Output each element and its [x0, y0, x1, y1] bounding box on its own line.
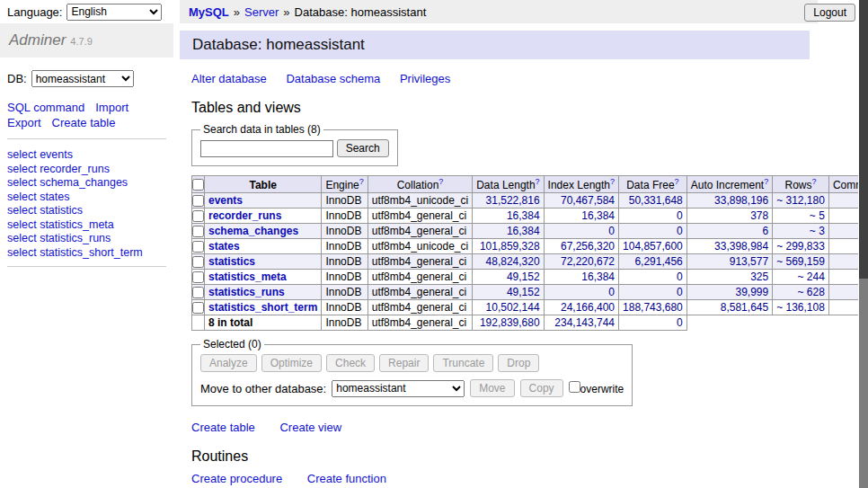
help-icon: ?	[438, 177, 443, 186]
column-header-index-length[interactable]: Index Length?	[544, 176, 618, 193]
table-name-link[interactable]: statistics	[208, 255, 255, 268]
sidebar-select-link[interactable]: select statistics_runs	[7, 232, 166, 246]
sidebar-select-link[interactable]: select states	[7, 191, 166, 205]
sidebar: Adminer4.7.9 DB: homeassistant SQL comma…	[0, 23, 173, 488]
sql-command-link[interactable]: SQL command	[7, 101, 84, 114]
column-header-rows[interactable]: Rows?	[773, 176, 829, 193]
select-all-checkbox[interactable]	[192, 179, 204, 191]
sidebar-select-link[interactable]: select recorder_runs	[7, 163, 166, 177]
row-select-checkbox[interactable]	[192, 195, 204, 207]
language-label: Language:	[7, 5, 62, 19]
row-select-checkbox[interactable]	[192, 210, 204, 222]
row-select-checkbox[interactable]	[192, 241, 204, 253]
create-table-link-main[interactable]: Create table	[191, 421, 255, 434]
import-link[interactable]: Import	[95, 101, 128, 114]
scrollbar-thumb[interactable]	[859, 0, 868, 279]
column-header-auto-increment[interactable]: Auto Increment?	[686, 176, 772, 193]
collation-cell: utf8mb4_general_ci	[368, 300, 472, 315]
table-name-link[interactable]: states	[208, 240, 240, 253]
sidebar-select-link[interactable]: select statistics_short_term	[7, 246, 166, 261]
create-procedure-link[interactable]: Create procedure	[191, 472, 282, 485]
column-header-data-length[interactable]: Data Length?	[473, 176, 544, 193]
sidebar-select-link[interactable]: select events	[7, 148, 166, 163]
engine-cell: InnoDB	[322, 209, 368, 224]
sidebar-select-link[interactable]: select statistics_meta	[7, 218, 166, 233]
total-index-length-cell: 234,143,744	[544, 315, 618, 331]
collation-cell: utf8mb4_general_ci	[368, 224, 472, 239]
column-header-table[interactable]: Table	[205, 176, 322, 193]
selected-legend: Selected (0)	[200, 338, 264, 350]
help-icon: ?	[536, 177, 540, 186]
row-select-checkbox[interactable]	[192, 302, 204, 314]
move-button[interactable]: Move	[470, 379, 514, 397]
column-header-comment[interactable]: Comment?	[828, 176, 858, 193]
rows-count-link[interactable]: ~ 628	[798, 286, 825, 298]
help-icon: ?	[675, 177, 679, 186]
sidebar-links: SQL commandImport ExportCreate table	[7, 100, 166, 139]
table-name-link[interactable]: statistics_meta	[208, 271, 287, 283]
logout-button[interactable]: Logout	[804, 4, 855, 22]
rows-count-link[interactable]: ~ 244	[798, 271, 825, 283]
column-header-engine[interactable]: Engine?	[322, 176, 368, 193]
rows-count-link[interactable]: ~ 136,108	[776, 301, 825, 314]
column-header-data-free[interactable]: Data Free?	[619, 176, 687, 193]
column-header-collation[interactable]: Collation?	[368, 176, 472, 193]
db-actions: Alter database Database schema Privilege…	[191, 72, 858, 85]
breadcrumb-server-link[interactable]: Server	[244, 5, 279, 19]
check-button[interactable]: Check	[326, 354, 375, 372]
table-name-link[interactable]: statistics_short_term	[208, 301, 317, 314]
auto-increment-cell: 8,581,645	[686, 300, 772, 315]
rows-count-link[interactable]: ~ 569,159	[776, 255, 825, 268]
row-select-checkbox[interactable]	[192, 256, 204, 268]
data-free-cell: 0	[619, 285, 687, 300]
language-select[interactable]: English	[66, 4, 162, 21]
routine-links-row: Create procedure Create function	[191, 472, 858, 485]
move-database-select[interactable]: homeassistant	[332, 380, 465, 397]
drop-button[interactable]: Drop	[498, 354, 539, 372]
table-row: statistics_runsInnoDButf8mb4_general_ci4…	[192, 285, 859, 300]
comment-cell	[828, 193, 858, 209]
rows-count-link[interactable]: ~ 312,180	[776, 194, 825, 207]
table-name-link[interactable]: schema_changes	[208, 225, 298, 237]
export-link[interactable]: Export	[7, 116, 41, 129]
comment-cell	[828, 285, 858, 300]
db-selector-row: DB: homeassistant	[7, 70, 173, 87]
repair-button[interactable]: Repair	[379, 354, 429, 372]
table-name-link[interactable]: events	[208, 194, 243, 207]
table-name-link[interactable]: statistics_runs	[208, 286, 285, 298]
alter-database-link[interactable]: Alter database	[191, 72, 267, 85]
database-schema-link[interactable]: Database schema	[286, 72, 380, 85]
engine-cell: InnoDB	[322, 270, 368, 285]
privileges-link[interactable]: Privileges	[400, 72, 450, 85]
total-engine-cell: InnoDB	[322, 315, 368, 331]
row-select-checkbox[interactable]	[192, 271, 204, 283]
truncate-button[interactable]: Truncate	[433, 354, 493, 372]
optimize-button[interactable]: Optimize	[261, 354, 322, 372]
search-legend: Search data in tables (8)	[200, 123, 323, 136]
rows-count-link[interactable]: ~ 3	[810, 225, 825, 237]
create-function-link[interactable]: Create function	[307, 472, 386, 485]
index-length-cell: 72,220,672	[544, 254, 618, 270]
search-button[interactable]: Search	[337, 139, 389, 157]
tables-heading: Tables and views	[191, 100, 858, 116]
index-length-cell: 70,467,584	[544, 193, 618, 209]
brand-version: 4.7.9	[70, 36, 92, 47]
rows-count-link[interactable]: ~ 299,833	[776, 240, 825, 253]
sidebar-select-link[interactable]: select statistics	[7, 204, 166, 218]
row-select-checkbox[interactable]	[192, 287, 204, 298]
rows-count-link[interactable]: ~ 5	[810, 209, 825, 222]
breadcrumb-mysql-link[interactable]: MySQL	[189, 5, 229, 19]
table-name-link[interactable]: recorder_runs	[208, 209, 281, 222]
search-input[interactable]	[200, 140, 333, 157]
sidebar-select-link[interactable]: select schema_changes	[7, 176, 166, 191]
create-view-link[interactable]: Create view	[279, 421, 341, 434]
data-length-cell: 48,824,320	[473, 254, 544, 270]
overwrite-checkbox[interactable]	[569, 381, 580, 393]
analyze-button[interactable]: Analyze	[200, 354, 257, 372]
comment-cell	[828, 224, 858, 239]
row-select-checkbox[interactable]	[192, 226, 204, 237]
create-table-link[interactable]: Create table	[52, 116, 116, 129]
copy-button[interactable]: Copy	[520, 379, 563, 397]
vertical-scrollbar[interactable]	[859, 0, 868, 488]
db-select[interactable]: homeassistant	[31, 70, 134, 87]
